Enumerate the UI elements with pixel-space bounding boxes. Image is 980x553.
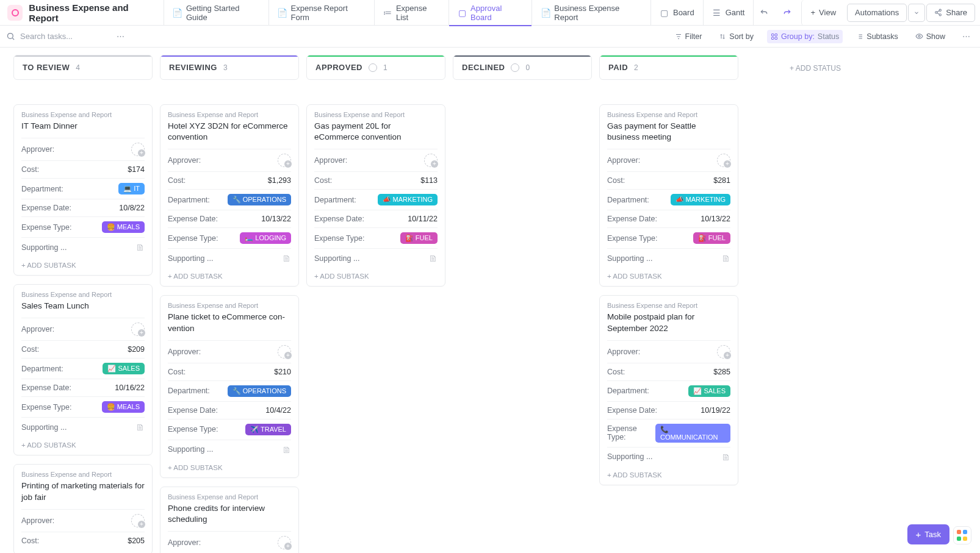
attachment-icon[interactable]: 🗎 [282,253,291,263]
card-title: IT Team Dinner [21,121,145,132]
expense-type-tag[interactable]: ⛽ FUEL [400,232,438,244]
field-date: Expense Date: 10/13/22 [607,210,730,227]
card-title: Phone credits for interview scheduling [168,503,291,525]
tab-icon: ≔ [383,8,392,18]
add-approver-icon[interactable] [278,345,291,359]
group-by-button[interactable]: Group by: Status [767,30,843,43]
field-type: Expense Type: ✈️ TRAVEL [168,419,291,440]
expense-type-tag[interactable]: ✈️ TRAVEL [245,424,291,435]
expense-type-tag[interactable]: 🍔 MEALS [102,221,145,233]
column-count: 0 [525,63,530,72]
add-view-button[interactable]: +View [801,0,845,26]
svg-point-2 [939,14,941,16]
attachment-icon[interactable]: 🗎 [721,452,730,462]
task-card[interactable]: Business Expense and Report Printing of … [13,464,153,553]
add-approver-icon[interactable] [131,143,145,156]
field-cost: Cost: $210 [168,363,291,380]
expense-type-tag[interactable]: 🍔 MEALS [102,401,145,413]
column-header[interactable]: DECLINED0 [453,55,592,80]
add-approver-icon[interactable] [131,323,145,336]
search-more-icon[interactable]: ⋯ [112,28,129,45]
expense-type-tag[interactable]: ⛽ FUEL [693,232,730,244]
undo-icon[interactable] [755,4,773,21]
add-subtask-button[interactable]: + ADD SUBTASK [168,459,291,473]
task-card[interactable]: Business Expense and Report Hotel XYZ 3D… [160,104,299,287]
add-subtask-button[interactable]: + ADD SUBTASK [168,268,291,281]
redo-icon[interactable] [778,4,796,21]
show-button[interactable]: Show [912,30,949,43]
new-task-button[interactable]: + Task [907,524,950,544]
card-breadcrumb: Business Expense and Report [168,493,291,501]
task-card[interactable]: Business Expense and Report Mobile postp… [599,295,738,485]
tab-business-expense-report[interactable]: 📄Business Expense Report [532,0,651,26]
field-department: Department: 📣 MARKETING [607,189,730,210]
department-tag[interactable]: 🔧 OPERATIONS [228,194,291,205]
add-approver-icon[interactable] [717,154,730,167]
field-department: Department: 📈 SALES [607,380,730,401]
attachment-icon[interactable]: 🗎 [428,253,438,263]
tab-getting-started-guide[interactable]: 📄Getting Started Guide [164,0,269,26]
add-subtask-button[interactable]: + ADD SUBTASK [314,268,438,281]
add-status-button[interactable]: + ADD STATUS [746,55,885,82]
card-title: Gas payment for Seattle business meeting [607,121,730,143]
expense-type-tag[interactable]: 🛏️ LODGING [240,232,291,244]
attachment-icon[interactable]: 🗎 [282,444,291,455]
column-header[interactable]: APPROVED1 [306,55,445,80]
field-type: Expense Type: 🍔 MEALS [21,396,145,417]
search-input[interactable] [20,32,106,41]
sort-button[interactable]: Sort by [715,30,757,43]
card-title: Mobile postpaid plan for September 2022 [607,312,730,334]
department-tag[interactable]: 📈 SALES [103,363,145,374]
tab-icon: 📄 [278,8,287,18]
add-approver-icon[interactable] [424,154,438,167]
filter-button[interactable]: Filter [671,30,706,43]
department-tag[interactable]: 📣 MARKETING [378,194,438,205]
automations-dropdown[interactable] [908,4,925,22]
department-tag[interactable]: 📈 SALES [688,385,730,397]
task-card[interactable]: Business Expense and Report IT Team Dinn… [13,104,153,276]
subtasks-button[interactable]: Subtasks [852,30,901,43]
task-card[interactable]: Business Expense and Report Plane ticket… [160,295,299,477]
add-approver-icon[interactable] [717,345,730,359]
add-subtask-button[interactable]: + ADD SUBTASK [607,466,730,480]
task-card[interactable]: Business Expense and Report Gas payment … [306,104,445,287]
column-to-review: TO REVIEW4 Business Expense and Report I… [13,55,153,553]
attachment-icon[interactable]: 🗎 [135,242,145,252]
add-approver-icon[interactable] [278,536,291,549]
task-card[interactable]: Business Expense and Report Phone credit… [160,487,299,553]
column-header[interactable]: REVIEWING3 [160,55,299,80]
field-department: Department: 💻 IT [21,178,145,199]
share-button[interactable]: Share [926,4,975,22]
add-subtask-button[interactable]: + ADD SUBTASK [21,257,145,270]
column-header[interactable]: TO REVIEW4 [13,55,153,80]
field-date: Expense Date: 10/8/22 [21,199,145,216]
tab-approval-board[interactable]: ▢Approval Board [449,0,533,26]
add-approver-icon[interactable] [278,154,291,167]
attachment-icon[interactable]: 🗎 [135,422,145,432]
column-header[interactable]: PAID2 [599,55,738,80]
toolbar-more-icon[interactable]: ⋯ [959,29,974,43]
field-date: Expense Date: 10/16/22 [21,379,145,396]
add-subtask-button[interactable]: + ADD SUBTASK [607,268,730,281]
add-subtask-button[interactable]: + ADD SUBTASK [21,437,145,450]
field-supporting: Supporting ... 🗎 [607,248,730,268]
task-card[interactable]: Business Expense and Report Sales Team L… [13,284,153,455]
column-count: 4 [76,63,80,72]
attachment-icon[interactable]: 🗎 [721,253,730,263]
department-tag[interactable]: 📣 MARKETING [671,194,730,205]
expense-type-tag[interactable]: 📞 COMMUNICATION [655,424,730,443]
tab-expense-report-form[interactable]: 📄Expense Report Form [269,0,375,26]
task-card[interactable]: Business Expense and Report Gas payment … [599,104,738,287]
tab-gantt[interactable]: ☰Gantt [704,0,754,26]
department-tag[interactable]: 💻 IT [118,183,145,194]
department-tag[interactable]: 🔧 OPERATIONS [228,385,291,397]
tab-board[interactable]: ▢Board [651,0,704,26]
apps-button[interactable] [953,526,971,544]
tab-expense-list[interactable]: ≔Expense List [375,0,449,26]
field-date: Expense Date: 10/4/22 [168,401,291,419]
field-department: Department: 📣 MARKETING [314,189,438,210]
add-approver-icon[interactable] [131,514,145,527]
automations-button[interactable]: Automations [847,4,907,22]
column-count: 1 [383,63,387,72]
card-breadcrumb: Business Expense and Report [21,291,145,298]
